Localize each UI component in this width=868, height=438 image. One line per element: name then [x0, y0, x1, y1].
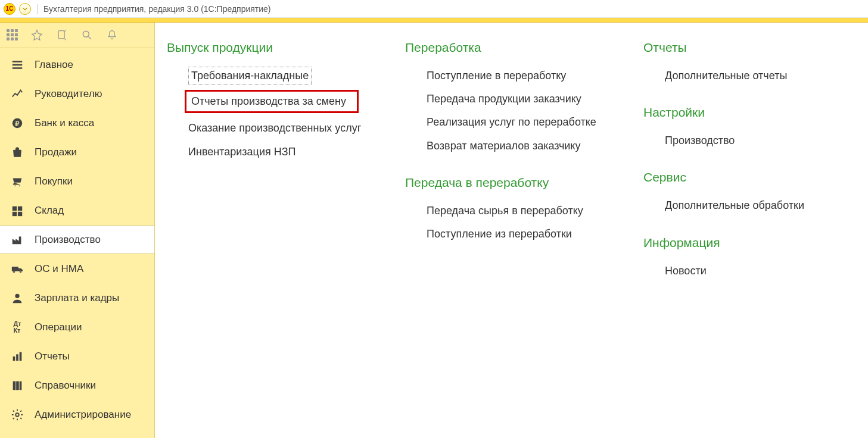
accent-strip: [0, 18, 868, 23]
svg-rect-13: [16, 381, 19, 390]
link-transfer-to-customer[interactable]: Передача продукции заказчику: [427, 87, 620, 111]
sidebar-item-bank[interactable]: ₽ Банк и касса: [0, 108, 154, 137]
sidebar-item-label: Продажи: [35, 146, 77, 158]
sidebar-item-hr[interactable]: Зарплата и кадры: [0, 283, 154, 312]
gear-icon: [11, 408, 24, 421]
sidebar-item-operations[interactable]: ДтКт Операции: [0, 312, 154, 342]
history-icon[interactable]: [56, 29, 68, 41]
sidebar-item-manager[interactable]: Руководителю: [0, 79, 154, 108]
sidebar-item-assets[interactable]: ОС и НМА: [0, 254, 154, 283]
link-return-materials[interactable]: Возврат материалов заказчику: [427, 134, 620, 158]
sidebar-item-label: Производство: [35, 234, 101, 246]
sidebar-item-label: Справочники: [35, 380, 96, 392]
content-column-2: Переработка Поступление в переработку Пе…: [405, 40, 620, 426]
svg-point-1: [83, 31, 89, 37]
link-additional-reports[interactable]: Дополнительные отчеты: [665, 64, 834, 87]
link-news[interactable]: Новости: [665, 259, 834, 283]
link-transfer-raw[interactable]: Передача сырья в переработку: [427, 199, 620, 223]
chart-line-icon: [11, 87, 24, 101]
sidebar-item-main[interactable]: Главное: [0, 50, 154, 79]
svg-point-15: [15, 413, 19, 417]
bars-icon: [11, 350, 24, 363]
link-additional-processing[interactable]: Дополнительные обработки: [665, 194, 834, 217]
svg-rect-10: [16, 354, 18, 361]
section-title-info[interactable]: Информация: [643, 236, 834, 250]
sidebar-item-label: Главное: [35, 59, 73, 71]
dtkt-icon: ДтКт: [11, 321, 24, 334]
section-title-reports[interactable]: Отчеты: [643, 40, 834, 55]
link-wip-inventory[interactable]: Инвентаризация НЗП: [188, 140, 381, 164]
factory-icon: [11, 233, 24, 246]
section-reports: Отчеты Дополнительные отчеты: [643, 40, 834, 87]
svg-rect-14: [20, 381, 22, 390]
app-logo-icon: 1C: [4, 3, 15, 15]
person-icon: [11, 292, 24, 305]
content-area: Выпуск продукции Требования-накладные От…: [155, 23, 868, 438]
sidebar-item-label: Покупки: [35, 176, 73, 187]
svg-rect-5: [18, 206, 22, 210]
section-title-output[interactable]: Выпуск продукции: [167, 40, 381, 55]
sidebar: Главное Руководителю ₽ Банк и касса Прод…: [0, 23, 155, 438]
section-title-processing[interactable]: Переработка: [405, 40, 620, 55]
chevron-down-icon: [23, 7, 27, 11]
title-divider: [37, 4, 38, 14]
svg-text:₽: ₽: [15, 119, 20, 127]
section-title-transfer-processing[interactable]: Передача в переработку: [405, 176, 620, 190]
bag-icon: [11, 146, 24, 159]
sidebar-item-label: Зарплата и кадры: [35, 292, 119, 304]
sidebar-item-warehouse[interactable]: Склад: [0, 196, 154, 225]
section-processing: Переработка Поступление в переработку Пе…: [405, 40, 620, 158]
svg-rect-7: [18, 211, 22, 215]
section-title-settings[interactable]: Настройки: [643, 105, 834, 120]
sidebar-toolbar: [0, 23, 154, 48]
sidebar-item-admin[interactable]: Администрирование: [0, 400, 154, 429]
section-production-output: Выпуск продукции Требования-накладные От…: [167, 40, 381, 164]
menu-icon: [11, 58, 24, 71]
section-settings: Настройки Производство: [643, 105, 834, 152]
coin-icon: ₽: [11, 117, 24, 130]
link-production-shift-reports[interactable]: Отчеты производства за смену: [185, 90, 359, 113]
sidebar-nav: Главное Руководителю ₽ Банк и касса Прод…: [0, 48, 154, 429]
sidebar-item-production[interactable]: Производство: [0, 225, 154, 254]
sidebar-item-reports[interactable]: Отчеты: [0, 342, 154, 371]
link-receipt-from-processing[interactable]: Поступление из переработки: [427, 223, 620, 246]
app-title: Бухгалтерия предприятия, редакция 3.0 (1…: [43, 4, 271, 14]
apps-grid-icon[interactable]: [6, 29, 18, 41]
sidebar-item-label: Операции: [35, 321, 82, 333]
search-icon[interactable]: [81, 29, 93, 41]
svg-rect-9: [13, 356, 15, 361]
link-production-settings[interactable]: Производство: [665, 129, 834, 152]
sidebar-item-purchases[interactable]: Покупки: [0, 167, 154, 196]
books-icon: [11, 379, 24, 392]
svg-rect-11: [20, 352, 22, 361]
svg-rect-6: [13, 211, 17, 215]
section-service: Сервис Дополнительные обработки: [643, 170, 834, 217]
svg-point-8: [15, 293, 19, 298]
section-info: Информация Новости: [643, 236, 834, 283]
app-menu-dropdown[interactable]: [19, 3, 31, 15]
svg-rect-4: [13, 206, 17, 210]
svg-rect-0: [58, 30, 64, 38]
sidebar-item-sales[interactable]: Продажи: [0, 137, 154, 167]
link-production-services[interactable]: Оказание производственных услуг: [188, 117, 381, 140]
sidebar-item-label: Отчеты: [35, 351, 70, 362]
sidebar-item-label: ОС и НМА: [35, 263, 83, 275]
sidebar-item-label: Банк и касса: [35, 117, 94, 129]
section-title-service[interactable]: Сервис: [643, 170, 834, 184]
svg-rect-12: [13, 381, 16, 390]
boxes-icon: [11, 204, 24, 217]
star-icon[interactable]: [31, 29, 43, 41]
link-receipt-for-processing[interactable]: Поступление в переработку: [427, 64, 620, 87]
link-processing-services-sale[interactable]: Реализация услуг по переработке: [427, 111, 620, 134]
link-requirements-invoice[interactable]: Требования-накладные: [188, 67, 312, 85]
sidebar-item-label: Склад: [35, 205, 64, 217]
content-column-1: Выпуск продукции Требования-накладные От…: [167, 40, 381, 426]
sidebar-item-label: Администрирование: [35, 409, 131, 421]
bell-icon[interactable]: [106, 29, 118, 41]
section-transfer-processing: Передача в переработку Передача сырья в …: [405, 176, 620, 246]
cart-icon: [11, 175, 24, 188]
content-column-3: Отчеты Дополнительные отчеты Настройки П…: [643, 40, 834, 426]
sidebar-item-directories[interactable]: Справочники: [0, 371, 154, 400]
title-bar: 1C Бухгалтерия предприятия, редакция 3.0…: [0, 0, 868, 18]
truck-icon: [11, 262, 24, 276]
